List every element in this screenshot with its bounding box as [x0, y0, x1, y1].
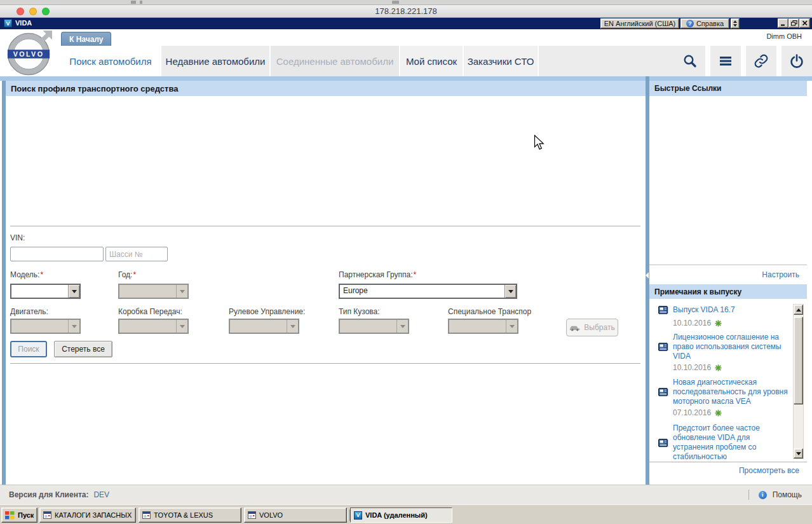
main-nav: Поиск автомобиля Недавние автомобили Сое…	[0, 46, 812, 76]
question-icon	[686, 20, 694, 27]
new-badge-icon	[715, 320, 722, 327]
window-icon	[142, 511, 151, 519]
dropdown-arrow-icon	[400, 325, 405, 328]
strip-mark	[131, 1, 136, 4]
news-date: 07.10.2016	[673, 408, 722, 417]
tab-my-list[interactable]: Мой список	[399, 46, 463, 76]
news-date-text: 07.10.2016	[673, 408, 711, 417]
quick-links-body	[649, 96, 807, 265]
panel-title: Поиск профиля транспортного средства	[6, 81, 646, 96]
menu-button[interactable]	[710, 46, 741, 76]
divider	[10, 226, 640, 226]
tab-home[interactable]: К Началу	[61, 32, 111, 46]
quick-links-header: Быстрые Ссылки	[649, 81, 807, 96]
scroll-down-button[interactable]	[794, 448, 803, 459]
news-scrollbar[interactable]	[793, 304, 804, 459]
toolbar-spinner-button[interactable]	[731, 18, 740, 29]
partner-group-label-text: Партнерская Группа:	[339, 270, 413, 279]
remote-window-titlebar: 178.218.221.178	[0, 5, 812, 18]
divider	[748, 490, 749, 500]
taskbar-item-vida-active[interactable]: V VIDA (удаленный)	[350, 507, 452, 523]
news-date-text: 10.10.2016	[673, 363, 711, 372]
menu-icon	[718, 53, 733, 69]
help-button[interactable]: Справка	[680, 18, 729, 29]
taskbar-item-catalogs[interactable]: КАТАЛОГИ ЗАПАСНЫХ ...	[39, 507, 136, 523]
dropdown-arrow-button[interactable]	[68, 285, 79, 298]
start-label: Пуск	[18, 511, 34, 519]
release-notes-header: Примечания к выпуску	[649, 284, 807, 299]
app-title: VIDA	[15, 19, 32, 27]
power-button[interactable]	[782, 46, 812, 76]
news-item: Новая диагностическая последовательность…	[658, 378, 793, 406]
clear-all-button[interactable]: Стереть все	[54, 341, 112, 357]
newspaper-icon	[658, 343, 669, 351]
app-titlebar: V VIDA EN Английский (США) Справка	[0, 18, 812, 29]
minimize-icon	[780, 20, 787, 26]
steering-label: Рулевое Управление:	[229, 307, 305, 316]
search-button[interactable]	[675, 46, 705, 76]
language-button[interactable]: EN Английский (США)	[600, 18, 679, 29]
status-help-link[interactable]: Помощь	[773, 490, 802, 499]
vin-label: VIN:	[10, 233, 25, 242]
configure-link[interactable]: Настроить	[649, 270, 799, 279]
dropdown-arrow-button	[396, 320, 408, 333]
view-all-link[interactable]: Просмотреть все	[649, 466, 799, 475]
scroll-down-icon	[796, 452, 801, 455]
scroll-up-button[interactable]	[794, 305, 803, 315]
dropdown-arrow-button[interactable]	[504, 285, 516, 298]
client-version-value[interactable]: DEV	[93, 490, 109, 499]
taskbar-item-volvo[interactable]: VOLVO	[244, 507, 347, 523]
link-icon	[754, 53, 769, 69]
window-close-button[interactable]	[799, 18, 810, 28]
car-icon	[569, 324, 581, 331]
dropdown-arrow-button	[506, 320, 517, 333]
tab-workshop-customers[interactable]: Заказчики СТО	[463, 46, 538, 76]
window-minimize-button[interactable]	[778, 18, 788, 28]
news-link[interactable]: Выпуск VIDA 16.7	[673, 305, 790, 315]
chassis-input[interactable]	[105, 247, 168, 261]
vida-app-icon: V	[354, 511, 362, 520]
newspaper-icon	[658, 439, 669, 447]
taskbar: Пуск КАТАЛОГИ ЗАПАСНЫХ ... TOYOTA & LEXU…	[0, 504, 812, 524]
tab-vehicle-search[interactable]: Поиск автомобиля	[61, 46, 160, 76]
strip-mark	[392, 1, 399, 4]
window-restore-button[interactable]	[788, 18, 799, 28]
window-icon	[248, 511, 256, 519]
mouse-cursor	[534, 135, 545, 151]
select-vehicle-button: Выбрать	[566, 319, 618, 336]
browser-edge-strip	[0, 0, 812, 5]
tab-recent-vehicles[interactable]: Недавние автомобили	[160, 46, 269, 76]
content-top-band	[0, 76, 812, 81]
taskbar-item-label: TOYOTA & LEXUS	[154, 511, 213, 519]
vin-input[interactable]	[10, 247, 104, 261]
start-button[interactable]: Пуск	[1, 507, 37, 523]
link-button[interactable]	[746, 46, 776, 76]
scrollbar-thumb[interactable]	[794, 317, 803, 404]
engine-label: Двигатель:	[10, 307, 48, 316]
partner-group-label: Партнерская Группа:*	[339, 270, 416, 279]
dropdown-arrow-icon	[510, 325, 515, 328]
year-label: Год:*	[118, 270, 136, 279]
dropdown-arrow-icon	[72, 290, 77, 293]
search-submit-button: Поиск	[10, 341, 47, 357]
news-link[interactable]: Новая диагностическая последовательность…	[673, 378, 790, 406]
partner-group-dropdown[interactable]: Europe	[339, 284, 517, 299]
divider	[10, 363, 640, 364]
logged-in-user: Dimm ОВН	[766, 32, 802, 40]
language-label: EN Английский (США)	[604, 20, 676, 27]
release-notes-list: Выпуск VIDA 16.7 10.10.2016 Лицензионное…	[649, 299, 807, 462]
news-link[interactable]: Лицензионное соглашение на право использ…	[673, 333, 790, 361]
required-marker: *	[40, 270, 43, 279]
steering-dropdown	[229, 319, 299, 334]
taskbar-item-label: КАТАЛОГИ ЗАПАСНЫХ ...	[55, 511, 132, 519]
status-bar: Версия для Клиента: DEV Помощь	[0, 485, 812, 504]
model-dropdown[interactable]	[10, 284, 81, 299]
taskbar-item-toyota-lexus[interactable]: TOYOTA & LEXUS	[139, 507, 241, 523]
splitter-collapse-arrow-icon[interactable]	[646, 272, 649, 279]
year-label-text: Год:	[118, 270, 132, 279]
dropdown-arrow-button	[287, 320, 298, 333]
gearbox-dropdown	[118, 319, 189, 334]
restore-icon	[791, 20, 797, 26]
news-item: Лицензионное соглашение на право использ…	[658, 333, 793, 361]
news-link[interactable]: Предстоит более частое обновление VIDA д…	[673, 424, 790, 462]
